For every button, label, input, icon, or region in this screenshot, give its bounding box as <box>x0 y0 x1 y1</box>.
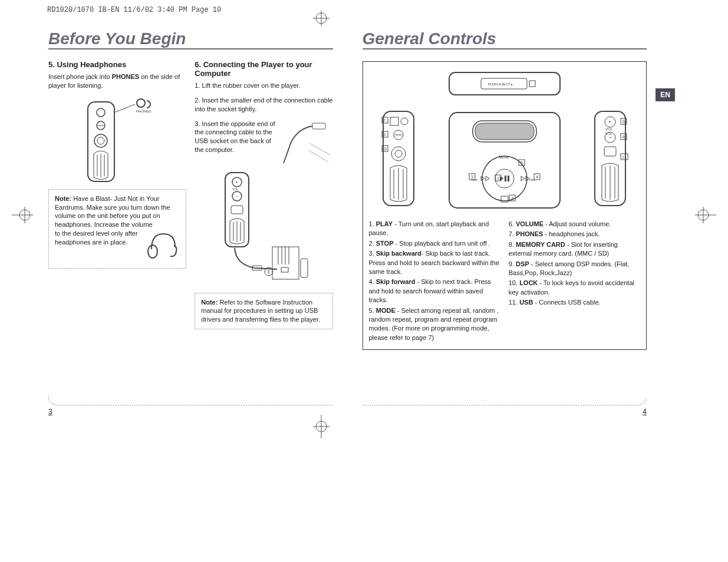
svg-point-63 <box>395 150 402 157</box>
svg-text:VOL: VOL <box>605 127 613 131</box>
section-6-heading: 6. Connecting the Player to your Compute… <box>195 60 332 78</box>
section-6: 6. Connecting the Player to your Compute… <box>195 60 332 329</box>
player-right-side-illustration: + VOL − VOL 6 8 11 <box>591 109 629 210</box>
svg-rect-77 <box>508 176 509 181</box>
crop-mark-bottom <box>309 415 333 438</box>
player-usb-illustration: + − VOL 3 <box>195 170 332 288</box>
usb-cable-illustration <box>280 120 333 168</box>
player-top-illustration: PUSH EJECT ▸ <box>369 67 641 100</box>
svg-text:5: 5 <box>521 161 523 165</box>
svg-text:1: 1 <box>497 176 499 180</box>
control-2: 2. STOP - Stop playback and turn unit of… <box>369 239 500 248</box>
svg-text:2: 2 <box>511 196 513 200</box>
control-10: 10. LOCK - To lock keys to avoid acciden… <box>509 279 640 297</box>
svg-point-22 <box>137 99 145 107</box>
note5-top: Have a Blast- Just Not in Your Eardrums.… <box>55 195 170 229</box>
svg-text:6: 6 <box>622 120 625 124</box>
svg-line-21 <box>114 104 135 113</box>
control-4: 4. Skip forward - Skip to next track. Pr… <box>369 277 500 305</box>
svg-marker-80 <box>521 176 525 181</box>
svg-text:+: + <box>235 180 238 185</box>
control-11: 11. USB - Connects USB cable. <box>509 298 640 307</box>
controls-list-left: 1. PLAY - Turn unit on, start playback a… <box>369 220 500 343</box>
page-number-right: 4 <box>643 408 647 416</box>
crop-mark-top <box>309 11 333 26</box>
svg-point-53 <box>401 118 408 125</box>
svg-text:VOL: VOL <box>605 132 613 135</box>
svg-rect-46 <box>301 259 308 277</box>
svg-rect-69 <box>475 123 534 140</box>
control-7: 7. PHONES - headphones jack. <box>509 230 640 239</box>
page-number-left: 3 <box>48 408 52 416</box>
svg-rect-24 <box>312 123 325 129</box>
controls-list-right: 6. VOLUME - Adjust sound volume. 7. PHON… <box>509 220 640 343</box>
svg-rect-42 <box>281 267 288 272</box>
svg-text:10: 10 <box>382 147 387 151</box>
svg-point-17 <box>97 137 104 144</box>
svg-text:4: 4 <box>536 175 538 179</box>
lang-tab: EN <box>655 88 675 101</box>
crop-mark-left <box>12 203 33 227</box>
note5-label: Note: <box>55 195 71 202</box>
header-print-info: RD1020/1070 IB-EN 11/6/02 3:40 PM Page 1… <box>47 6 221 14</box>
control-9: 9. DSP - Select among DSP modes. (Flat, … <box>509 260 640 278</box>
section-6-note: Note: Refer to the Software Instruction … <box>195 293 332 330</box>
svg-rect-33 <box>231 206 243 214</box>
note6-label: Note: <box>201 299 218 306</box>
headphone-icon <box>146 229 180 263</box>
phones-label: PHONES <box>136 110 151 113</box>
player-front-illustration: Mode rew fwd 5 4 3 1 2 <box>446 109 564 214</box>
section-5-heading: 5. Using Headphones <box>48 60 186 69</box>
section-5-text: Insert phone jack into PHONES on the sid… <box>48 72 186 90</box>
svg-rect-50 <box>529 81 535 87</box>
svg-text:3: 3 <box>471 175 473 179</box>
control-5: 5. MODE - Select among repeat all, rando… <box>369 306 500 343</box>
section-5: 5. Using Headphones Insert phone jack in… <box>48 60 186 329</box>
control-8: 8. MEMORY CARD - Slot for inserting exte… <box>509 240 640 259</box>
dotted-border-left <box>48 395 333 406</box>
svg-rect-76 <box>505 176 506 181</box>
s6-step2: 2. Insert the smaller end of the connect… <box>195 96 332 114</box>
svg-text:PUSH EJECT ▸: PUSH EJECT ▸ <box>488 82 513 86</box>
svg-text:11: 11 <box>622 155 627 159</box>
control-6: 6. VOLUME - Adjust sound volume. <box>509 220 640 229</box>
section-5-note: Note: Have a Blast- Just Not in Your Ear… <box>48 189 186 269</box>
svg-rect-104 <box>604 147 616 156</box>
svg-text:7: 7 <box>383 118 386 123</box>
note5-side: to the desired level only after headphon… <box>55 229 142 247</box>
svg-marker-75 <box>500 176 503 181</box>
svg-text:3: 3 <box>267 269 270 275</box>
s6-step1: 1. Lift the rubber cover on the player. <box>195 81 332 90</box>
controls-box: PUSH EJECT ▸ 7 9 10 <box>363 61 647 350</box>
page-title-right: General Controls <box>363 29 647 49</box>
control-3: 3. Skip backward- Skip back to last trac… <box>369 249 500 276</box>
svg-rect-52 <box>390 117 398 125</box>
svg-point-23 <box>148 245 157 258</box>
svg-point-16 <box>94 134 107 147</box>
svg-text:+: + <box>608 119 611 125</box>
s5-bold: PHONES <box>112 73 139 80</box>
page-left: Before You Begin 5. Using Headphones Ins… <box>48 29 333 401</box>
dotted-border-right <box>363 395 647 406</box>
crop-mark-right <box>695 203 716 227</box>
svg-text:VOL: VOL <box>232 187 238 191</box>
svg-marker-78 <box>486 176 489 181</box>
svg-point-13 <box>97 108 105 117</box>
s5-pre: Insert phone jack into <box>48 73 112 80</box>
svg-line-25 <box>309 143 330 155</box>
player-side-illustration: PHONES <box>48 96 186 184</box>
svg-text:Mode: Mode <box>499 155 509 159</box>
svg-text:−: − <box>236 194 238 199</box>
svg-point-62 <box>391 147 406 161</box>
control-1: 1. PLAY - Turn unit on, start playback a… <box>369 220 500 238</box>
player-left-side-illustration: 7 9 10 <box>380 109 417 210</box>
page-right: General Controls EN PUSH EJECT ▸ <box>363 29 647 401</box>
svg-text:8: 8 <box>622 135 625 139</box>
note6-text: Refer to the Software Instruction manual… <box>201 299 320 323</box>
svg-marker-79 <box>481 176 485 181</box>
svg-text:9: 9 <box>383 133 386 137</box>
page-title-left: Before You Begin <box>48 29 333 49</box>
